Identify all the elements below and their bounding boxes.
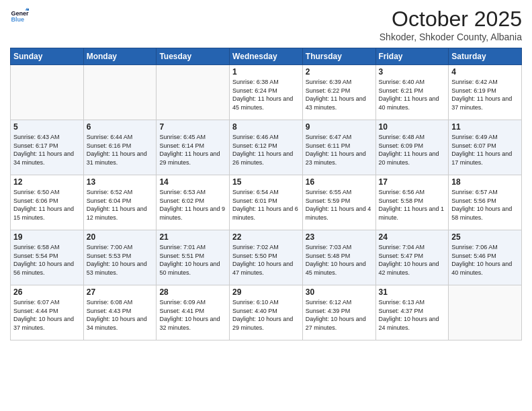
date-number: 10 (379, 122, 446, 132)
cell-info: Sunrise: 6:44 AM Sunset: 6:16 PM Dayligh… (87, 133, 154, 167)
logo-icon: General Blue (10, 7, 29, 26)
logo: General Blue (10, 7, 29, 26)
cal-cell: 12Sunrise: 6:50 AM Sunset: 6:06 PM Dayli… (11, 175, 84, 230)
cal-cell: 5Sunrise: 6:43 AM Sunset: 6:17 PM Daylig… (11, 120, 84, 175)
cell-info: Sunrise: 6:57 AM Sunset: 5:56 PM Dayligh… (451, 188, 519, 222)
cal-cell: 25Sunrise: 7:06 AM Sunset: 5:46 PM Dayli… (449, 230, 522, 285)
cal-cell: 22Sunrise: 7:02 AM Sunset: 5:50 PM Dayli… (230, 230, 303, 285)
cal-cell: 20Sunrise: 7:00 AM Sunset: 5:53 PM Dayli… (83, 230, 157, 285)
cal-cell: 29Sunrise: 6:10 AM Sunset: 4:40 PM Dayli… (230, 285, 303, 340)
cal-cell: 4Sunrise: 6:42 AM Sunset: 6:19 PM Daylig… (449, 65, 522, 120)
cal-cell: 18Sunrise: 6:57 AM Sunset: 5:56 PM Dayli… (449, 175, 522, 230)
cal-cell: 8Sunrise: 6:46 AM Sunset: 6:12 PM Daylig… (230, 120, 303, 175)
date-number: 17 (379, 177, 446, 187)
cell-info: Sunrise: 6:56 AM Sunset: 5:58 PM Dayligh… (379, 188, 446, 222)
cal-cell: 31Sunrise: 6:13 AM Sunset: 4:37 PM Dayli… (375, 285, 449, 340)
cell-info: Sunrise: 6:07 AM Sunset: 4:44 PM Dayligh… (13, 298, 81, 332)
cal-cell: 23Sunrise: 7:03 AM Sunset: 5:48 PM Dayli… (302, 230, 375, 285)
cal-cell: 27Sunrise: 6:08 AM Sunset: 4:43 PM Dayli… (83, 285, 157, 340)
cal-cell: 19Sunrise: 6:58 AM Sunset: 5:54 PM Dayli… (11, 230, 84, 285)
cell-info: Sunrise: 6:42 AM Sunset: 6:19 PM Dayligh… (451, 78, 519, 111)
location-subtitle: Shkoder, Shkoder County, Albania (380, 32, 522, 42)
date-number: 8 (232, 122, 300, 132)
date-number: 29 (232, 287, 300, 297)
cal-cell: 6Sunrise: 6:44 AM Sunset: 6:16 PM Daylig… (83, 120, 157, 175)
cal-cell: 9Sunrise: 6:47 AM Sunset: 6:11 PM Daylig… (302, 120, 375, 175)
cal-cell: 7Sunrise: 6:45 AM Sunset: 6:14 PM Daylig… (157, 120, 230, 175)
week-row-5: 26Sunrise: 6:07 AM Sunset: 4:44 PM Dayli… (11, 285, 522, 340)
svg-text:Blue: Blue (11, 16, 24, 23)
date-number: 11 (451, 122, 519, 132)
date-number: 15 (232, 177, 300, 187)
date-number: 3 (379, 67, 446, 77)
month-title: October 2025 (380, 7, 522, 32)
cell-info: Sunrise: 6:49 AM Sunset: 6:07 PM Dayligh… (451, 133, 519, 167)
date-number: 16 (306, 177, 373, 187)
cal-cell (83, 65, 157, 120)
day-header-friday: Friday (375, 48, 449, 65)
cal-cell: 3Sunrise: 6:40 AM Sunset: 6:21 PM Daylig… (375, 65, 449, 120)
cal-cell: 13Sunrise: 6:52 AM Sunset: 6:04 PM Dayli… (83, 175, 157, 230)
cell-info: Sunrise: 6:46 AM Sunset: 6:12 PM Dayligh… (232, 133, 300, 167)
cal-cell: 30Sunrise: 6:12 AM Sunset: 4:39 PM Dayli… (302, 285, 375, 340)
day-header-saturday: Saturday (449, 48, 522, 65)
date-number: 23 (306, 232, 373, 242)
date-number: 14 (159, 177, 226, 187)
date-number: 7 (159, 122, 226, 132)
cal-cell (11, 65, 84, 120)
date-number: 13 (87, 177, 154, 187)
cell-info: Sunrise: 6:08 AM Sunset: 4:43 PM Dayligh… (87, 298, 154, 332)
cell-info: Sunrise: 6:38 AM Sunset: 6:24 PM Dayligh… (232, 78, 300, 111)
cell-info: Sunrise: 7:01 AM Sunset: 5:51 PM Dayligh… (159, 243, 226, 277)
cell-info: Sunrise: 6:53 AM Sunset: 6:02 PM Dayligh… (159, 188, 226, 222)
date-number: 1 (232, 67, 300, 77)
cal-cell: 15Sunrise: 6:54 AM Sunset: 6:01 PM Dayli… (230, 175, 303, 230)
svg-text:General: General (11, 10, 29, 17)
cell-info: Sunrise: 7:06 AM Sunset: 5:46 PM Dayligh… (451, 243, 519, 277)
cal-cell (449, 285, 522, 340)
cell-info: Sunrise: 6:48 AM Sunset: 6:09 PM Dayligh… (379, 133, 446, 167)
date-number: 25 (451, 232, 519, 242)
cal-cell: 17Sunrise: 6:56 AM Sunset: 5:58 PM Dayli… (375, 175, 449, 230)
date-number: 21 (159, 232, 226, 242)
cell-info: Sunrise: 6:47 AM Sunset: 6:11 PM Dayligh… (306, 133, 373, 167)
cell-info: Sunrise: 6:52 AM Sunset: 6:04 PM Dayligh… (87, 188, 154, 222)
cell-info: Sunrise: 6:58 AM Sunset: 5:54 PM Dayligh… (13, 243, 81, 277)
cal-cell: 16Sunrise: 6:55 AM Sunset: 5:59 PM Dayli… (302, 175, 375, 230)
calendar-page: General Blue October 2025 Shkoder, Shkod… (0, 0, 532, 411)
day-header-thursday: Thursday (302, 48, 375, 65)
cal-cell: 26Sunrise: 6:07 AM Sunset: 4:44 PM Dayli… (11, 285, 84, 340)
date-number: 31 (379, 287, 446, 297)
day-header-wednesday: Wednesday (230, 48, 303, 65)
cell-info: Sunrise: 7:02 AM Sunset: 5:50 PM Dayligh… (232, 243, 300, 277)
date-number: 20 (87, 232, 154, 242)
cell-info: Sunrise: 7:04 AM Sunset: 5:47 PM Dayligh… (379, 243, 446, 277)
date-number: 22 (232, 232, 300, 242)
cell-info: Sunrise: 6:10 AM Sunset: 4:40 PM Dayligh… (232, 298, 300, 332)
cal-cell: 24Sunrise: 7:04 AM Sunset: 5:47 PM Dayli… (375, 230, 449, 285)
cell-info: Sunrise: 7:03 AM Sunset: 5:48 PM Dayligh… (306, 243, 373, 277)
date-number: 30 (306, 287, 373, 297)
cal-cell: 11Sunrise: 6:49 AM Sunset: 6:07 PM Dayli… (449, 120, 522, 175)
date-number: 9 (306, 122, 373, 132)
date-number: 26 (13, 287, 81, 297)
cal-cell: 28Sunrise: 6:09 AM Sunset: 4:41 PM Dayli… (157, 285, 230, 340)
calendar-table: SundayMondayTuesdayWednesdayThursdayFrid… (10, 48, 522, 340)
cal-cell: 21Sunrise: 7:01 AM Sunset: 5:51 PM Dayli… (157, 230, 230, 285)
day-header-monday: Monday (83, 48, 157, 65)
title-block: October 2025 Shkoder, Shkoder County, Al… (380, 7, 522, 42)
date-number: 19 (13, 232, 81, 242)
cell-info: Sunrise: 6:12 AM Sunset: 4:39 PM Dayligh… (306, 298, 373, 332)
cell-info: Sunrise: 6:39 AM Sunset: 6:22 PM Dayligh… (306, 78, 373, 111)
date-number: 6 (87, 122, 154, 132)
week-row-4: 19Sunrise: 6:58 AM Sunset: 5:54 PM Dayli… (11, 230, 522, 285)
cell-info: Sunrise: 6:43 AM Sunset: 6:17 PM Dayligh… (13, 133, 81, 167)
date-number: 12 (13, 177, 81, 187)
cell-info: Sunrise: 6:50 AM Sunset: 6:06 PM Dayligh… (13, 188, 81, 222)
cell-info: Sunrise: 6:40 AM Sunset: 6:21 PM Dayligh… (379, 78, 446, 111)
cell-info: Sunrise: 6:13 AM Sunset: 4:37 PM Dayligh… (379, 298, 446, 332)
page-header: General Blue October 2025 Shkoder, Shkod… (10, 7, 522, 42)
cell-info: Sunrise: 6:09 AM Sunset: 4:41 PM Dayligh… (159, 298, 226, 332)
week-row-1: 1Sunrise: 6:38 AM Sunset: 6:24 PM Daylig… (11, 65, 522, 120)
day-header-sunday: Sunday (11, 48, 84, 65)
